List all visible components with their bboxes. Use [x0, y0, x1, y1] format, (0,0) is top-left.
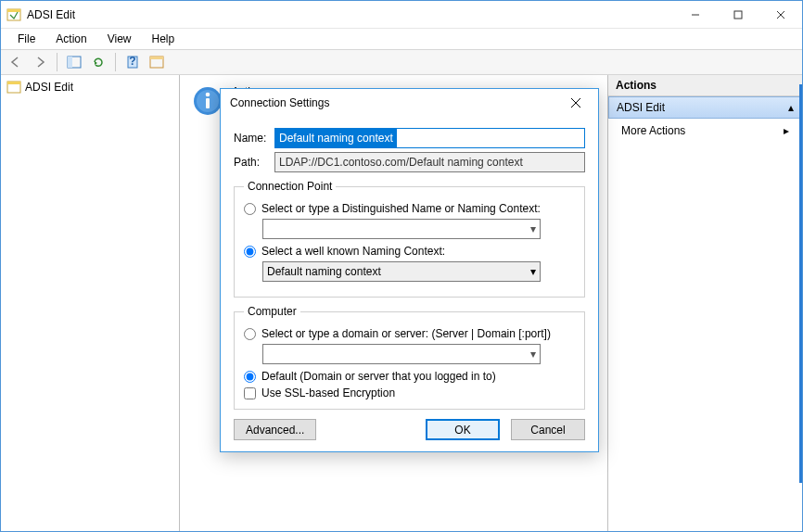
radio-default-computer-label: Default (Domain or server that you logge… — [261, 370, 496, 383]
well-known-value: Default naming context — [267, 265, 381, 278]
refresh-button[interactable] — [87, 52, 109, 72]
maximize-button[interactable] — [717, 1, 759, 29]
svg-rect-1 — [7, 9, 20, 12]
svg-point-17 — [206, 93, 210, 97]
properties-button[interactable] — [146, 52, 168, 72]
dialog-titlebar[interactable]: Connection Settings — [221, 89, 598, 117]
dialog-title: Connection Settings — [230, 96, 563, 109]
svg-rect-7 — [68, 57, 72, 68]
svg-rect-11 — [150, 57, 163, 59]
chevron-right-icon: ▸ — [784, 124, 789, 137]
menu-file[interactable]: File — [8, 31, 45, 47]
forward-button[interactable] — [29, 52, 51, 72]
radio-default-computer[interactable] — [244, 371, 256, 383]
chevron-down-icon: ▾ — [530, 222, 536, 235]
close-button[interactable] — [759, 1, 802, 29]
radio-well-known-label: Select a well known Naming Context: — [261, 245, 445, 258]
actions-pane: Actions ADSI Edit ▴ More Actions ▸ — [608, 75, 802, 531]
show-tree-button[interactable] — [63, 52, 85, 72]
radio-domain-server[interactable] — [244, 328, 256, 340]
right-accent — [799, 84, 802, 483]
computer-group: Computer Select or type a domain or serv… — [234, 305, 585, 410]
help-button[interactable]: ? — [121, 52, 144, 72]
domain-server-combobox[interactable]: ▾ — [262, 344, 541, 364]
advanced-button[interactable]: Advanced... — [234, 419, 316, 440]
collapse-icon: ▴ — [788, 101, 794, 114]
actions-group-header[interactable]: ADSI Edit ▴ — [608, 96, 802, 119]
connection-point-group: Connection Point Select or type a Distin… — [234, 180, 585, 298]
toolbar-separator — [115, 53, 116, 71]
svg-text:?: ? — [129, 56, 135, 68]
ok-button[interactable]: OK — [426, 419, 500, 440]
actions-header: Actions — [608, 75, 802, 96]
path-label: Path: — [234, 156, 274, 169]
svg-rect-13 — [7, 82, 20, 84]
tree-pane: ADSI Edit — [1, 75, 180, 531]
name-field[interactable]: Default naming context — [274, 128, 585, 148]
dialog-close-button[interactable] — [563, 92, 589, 114]
ok-button-label: OK — [454, 424, 470, 437]
chevron-down-icon: ▾ — [530, 348, 536, 361]
connection-settings-dialog: Connection Settings Name: Default naming… — [220, 88, 599, 452]
well-known-combobox[interactable]: Default naming context ▾ — [262, 261, 541, 282]
toolbar: ? — [1, 49, 802, 75]
advanced-button-label: Advanced... — [246, 424, 304, 437]
menu-view[interactable]: View — [98, 31, 141, 47]
toolbar-separator — [57, 53, 57, 71]
minimize-button[interactable] — [674, 1, 717, 29]
radio-domain-server-label: Select or type a domain or server: (Serv… — [261, 327, 551, 340]
radio-well-known[interactable] — [244, 246, 256, 258]
ssl-checkbox[interactable] — [244, 387, 256, 399]
adsi-edit-icon — [6, 80, 21, 95]
actions-group-label: ADSI Edit — [617, 101, 665, 114]
dn-combobox[interactable]: ▾ — [262, 219, 541, 239]
actions-more-label: More Actions — [621, 124, 685, 137]
svg-rect-3 — [734, 11, 742, 19]
tree-root-node[interactable]: ADSI Edit — [3, 79, 177, 95]
app-icon — [6, 7, 21, 22]
back-button[interactable] — [5, 52, 27, 72]
computer-legend: Computer — [244, 305, 300, 318]
actions-more[interactable]: More Actions ▸ — [608, 119, 802, 143]
chevron-down-icon: ▾ — [530, 265, 536, 278]
cancel-button[interactable]: Cancel — [511, 419, 585, 440]
cancel-button-label: Cancel — [530, 424, 565, 437]
ssl-label: Use SSL-based Encryption — [261, 386, 395, 399]
menu-bar: File Action View Help — [1, 29, 802, 49]
name-label: Name: — [234, 132, 274, 145]
radio-dn[interactable] — [244, 203, 256, 215]
window-title: ADSI Edit — [27, 8, 674, 21]
window-titlebar: ADSI Edit — [1, 1, 802, 29]
svg-rect-16 — [206, 98, 210, 108]
radio-dn-label: Select or type a Distinguished Name or N… — [261, 202, 541, 215]
info-icon — [193, 86, 223, 116]
menu-action[interactable]: Action — [46, 31, 96, 47]
menu-help[interactable]: Help — [143, 31, 185, 47]
tree-root-label: ADSI Edit — [25, 81, 73, 94]
path-field: LDAP://DC1.contoso.com/Default naming co… — [274, 152, 585, 172]
connection-point-legend: Connection Point — [244, 180, 336, 193]
